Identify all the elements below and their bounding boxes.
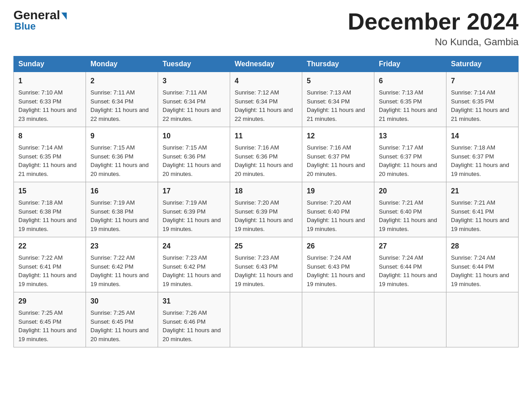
daylight-text: Daylight: 11 hours and 19 minutes. bbox=[18, 272, 77, 287]
calendar-cell: 28Sunrise: 7:24 AMSunset: 6:44 PMDayligh… bbox=[446, 237, 519, 292]
daylight-text: Daylight: 11 hours and 23 minutes. bbox=[18, 107, 77, 122]
sunset-text: Sunset: 6:36 PM bbox=[163, 153, 206, 160]
day-header-friday: Friday bbox=[374, 56, 446, 72]
sunset-text: Sunset: 6:37 PM bbox=[379, 153, 422, 160]
daylight-text: Daylight: 11 hours and 19 minutes. bbox=[451, 162, 509, 177]
calendar-cell: 19Sunrise: 7:20 AMSunset: 6:40 PMDayligh… bbox=[302, 182, 374, 237]
day-header-tuesday: Tuesday bbox=[158, 56, 230, 72]
day-number: 8 bbox=[18, 131, 81, 141]
sunset-text: Sunset: 6:40 PM bbox=[307, 208, 350, 215]
day-number: 23 bbox=[90, 241, 153, 252]
sunset-text: Sunset: 6:45 PM bbox=[18, 318, 61, 325]
calendar-cell: 10Sunrise: 7:15 AMSunset: 6:36 PMDayligh… bbox=[158, 127, 230, 182]
sunrise-text: Sunrise: 7:23 AM bbox=[163, 254, 207, 261]
sunrise-text: Sunrise: 7:11 AM bbox=[90, 89, 135, 96]
sunset-text: Sunset: 6:40 PM bbox=[379, 208, 422, 215]
sunrise-text: Sunrise: 7:23 AM bbox=[235, 254, 279, 261]
sunrise-text: Sunrise: 7:21 AM bbox=[451, 199, 495, 206]
sunset-text: Sunset: 6:34 PM bbox=[307, 98, 350, 105]
day-number: 25 bbox=[235, 241, 297, 252]
day-header-thursday: Thursday bbox=[302, 56, 374, 72]
daylight-text: Daylight: 11 hours and 21 minutes. bbox=[379, 107, 437, 122]
sunrise-text: Sunrise: 7:12 AM bbox=[235, 89, 279, 96]
calendar-cell: 8Sunrise: 7:14 AMSunset: 6:35 PMDaylight… bbox=[14, 127, 86, 182]
daylight-text: Daylight: 11 hours and 20 minutes. bbox=[235, 162, 293, 177]
calendar-cell: 5Sunrise: 7:13 AMSunset: 6:34 PMDaylight… bbox=[302, 72, 374, 127]
calendar-cell: 31Sunrise: 7:26 AMSunset: 6:46 PMDayligh… bbox=[158, 292, 230, 347]
sunrise-text: Sunrise: 7:13 AM bbox=[307, 89, 351, 96]
sunset-text: Sunset: 6:36 PM bbox=[90, 153, 133, 160]
sunrise-text: Sunrise: 7:26 AM bbox=[163, 309, 207, 316]
daylight-text: Daylight: 11 hours and 22 minutes. bbox=[235, 107, 293, 122]
calendar-title: December 2024 bbox=[348, 9, 519, 34]
calendar-cell: 22Sunrise: 7:22 AMSunset: 6:41 PMDayligh… bbox=[14, 237, 86, 292]
logo: General Blue bbox=[13, 9, 67, 32]
sunset-text: Sunset: 6:45 PM bbox=[90, 318, 133, 325]
daylight-text: Daylight: 11 hours and 19 minutes. bbox=[307, 217, 365, 232]
day-number: 29 bbox=[18, 296, 81, 307]
sunset-text: Sunset: 6:35 PM bbox=[379, 98, 422, 105]
sunrise-text: Sunrise: 7:14 AM bbox=[451, 89, 495, 96]
calendar-header: SundayMondayTuesdayWednesdayThursdayFrid… bbox=[14, 56, 519, 72]
calendar-cell bbox=[446, 292, 519, 347]
calendar-cell: 24Sunrise: 7:23 AMSunset: 6:42 PMDayligh… bbox=[158, 237, 230, 292]
day-number: 1 bbox=[18, 76, 81, 86]
calendar-cell: 11Sunrise: 7:16 AMSunset: 6:36 PMDayligh… bbox=[230, 127, 302, 182]
day-number: 15 bbox=[18, 186, 81, 197]
daylight-text: Daylight: 11 hours and 19 minutes. bbox=[163, 217, 221, 232]
sunrise-text: Sunrise: 7:13 AM bbox=[379, 89, 423, 96]
daylight-text: Daylight: 11 hours and 19 minutes. bbox=[90, 272, 149, 287]
logo-blue-text: Blue bbox=[14, 21, 36, 32]
calendar-week-row: 15Sunrise: 7:18 AMSunset: 6:38 PMDayligh… bbox=[14, 182, 519, 237]
sunset-text: Sunset: 6:42 PM bbox=[90, 263, 133, 270]
calendar-cell: 17Sunrise: 7:19 AMSunset: 6:39 PMDayligh… bbox=[158, 182, 230, 237]
calendar-cell: 29Sunrise: 7:25 AMSunset: 6:45 PMDayligh… bbox=[14, 292, 86, 347]
calendar-subtitle: No Kunda, Gambia bbox=[348, 36, 519, 48]
day-number: 27 bbox=[379, 241, 442, 252]
sunrise-text: Sunrise: 7:19 AM bbox=[163, 199, 207, 206]
day-number: 30 bbox=[90, 296, 153, 307]
day-header-wednesday: Wednesday bbox=[230, 56, 302, 72]
sunrise-text: Sunrise: 7:20 AM bbox=[307, 199, 351, 206]
day-number: 22 bbox=[18, 241, 81, 252]
calendar-cell: 2Sunrise: 7:11 AMSunset: 6:34 PMDaylight… bbox=[86, 72, 158, 127]
sunrise-text: Sunrise: 7:24 AM bbox=[307, 254, 351, 261]
sunset-text: Sunset: 6:46 PM bbox=[163, 318, 206, 325]
sunset-text: Sunset: 6:37 PM bbox=[307, 153, 350, 160]
day-number: 12 bbox=[307, 131, 369, 141]
sunrise-text: Sunrise: 7:24 AM bbox=[379, 254, 423, 261]
sunset-text: Sunset: 6:43 PM bbox=[235, 263, 278, 270]
sunrise-text: Sunrise: 7:11 AM bbox=[163, 89, 207, 96]
sunset-text: Sunset: 6:44 PM bbox=[379, 263, 422, 270]
calendar-cell: 4Sunrise: 7:12 AMSunset: 6:34 PMDaylight… bbox=[230, 72, 302, 127]
calendar-cell: 15Sunrise: 7:18 AMSunset: 6:38 PMDayligh… bbox=[14, 182, 86, 237]
day-number: 5 bbox=[307, 76, 369, 86]
page-header: General Blue December 2024 No Kunda, Gam… bbox=[13, 9, 519, 48]
calendar-cell bbox=[374, 292, 446, 347]
calendar-cell: 1Sunrise: 7:10 AMSunset: 6:33 PMDaylight… bbox=[14, 72, 86, 127]
sunset-text: Sunset: 6:36 PM bbox=[235, 153, 278, 160]
daylight-text: Daylight: 11 hours and 19 minutes. bbox=[18, 217, 77, 232]
daylight-text: Daylight: 11 hours and 20 minutes. bbox=[163, 327, 221, 342]
daylight-text: Daylight: 11 hours and 21 minutes. bbox=[18, 162, 77, 177]
daylight-text: Daylight: 11 hours and 22 minutes. bbox=[163, 107, 221, 122]
day-number: 6 bbox=[379, 76, 442, 86]
sunrise-text: Sunrise: 7:25 AM bbox=[18, 309, 63, 316]
day-number: 2 bbox=[90, 76, 153, 86]
calendar-cell: 7Sunrise: 7:14 AMSunset: 6:35 PMDaylight… bbox=[446, 72, 519, 127]
sunset-text: Sunset: 6:39 PM bbox=[163, 208, 206, 215]
sunrise-text: Sunrise: 7:15 AM bbox=[90, 144, 135, 151]
calendar-cell: 12Sunrise: 7:16 AMSunset: 6:37 PMDayligh… bbox=[302, 127, 374, 182]
calendar-week-row: 8Sunrise: 7:14 AMSunset: 6:35 PMDaylight… bbox=[14, 127, 519, 182]
sunset-text: Sunset: 6:38 PM bbox=[18, 208, 61, 215]
daylight-text: Daylight: 11 hours and 20 minutes. bbox=[307, 162, 365, 177]
sunrise-text: Sunrise: 7:20 AM bbox=[235, 199, 279, 206]
day-number: 9 bbox=[90, 131, 153, 141]
day-number: 21 bbox=[451, 186, 514, 197]
daylight-text: Daylight: 11 hours and 21 minutes. bbox=[451, 107, 509, 122]
sunrise-text: Sunrise: 7:18 AM bbox=[18, 199, 63, 206]
calendar-cell: 23Sunrise: 7:22 AMSunset: 6:42 PMDayligh… bbox=[86, 237, 158, 292]
sunset-text: Sunset: 6:35 PM bbox=[18, 153, 61, 160]
logo-general-text: General bbox=[13, 9, 67, 21]
calendar-cell: 30Sunrise: 7:25 AMSunset: 6:45 PMDayligh… bbox=[86, 292, 158, 347]
